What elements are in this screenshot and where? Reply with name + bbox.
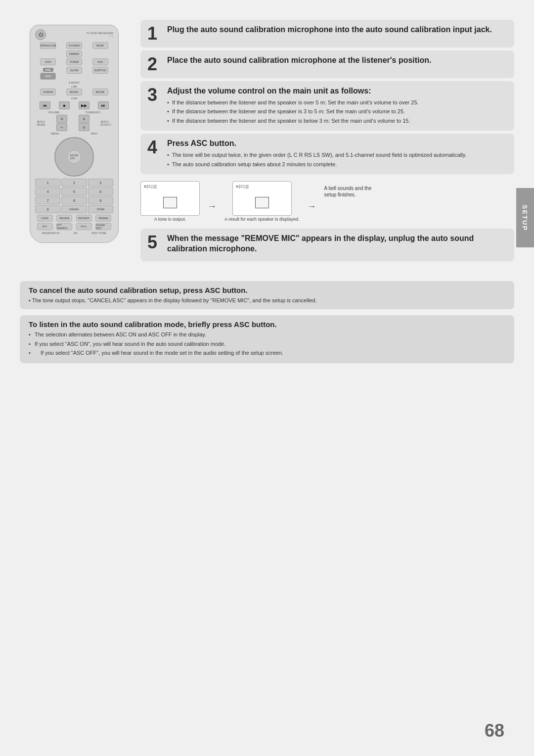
cancel-section: To cancel the auto sound calibration set…: [20, 281, 514, 310]
num-9: 9: [88, 196, 113, 204]
listen-section: To listen in the auto sound calibration …: [20, 315, 514, 363]
ch-down-btn: ∨: [79, 123, 89, 131]
prev-btn: ⏮: [40, 101, 50, 109]
vol-down-btn: −: [56, 123, 67, 131]
step-2-number: 2: [147, 55, 162, 73]
vol-tuning-labels: VOLUME TUNING/CH: [35, 111, 113, 114]
step-4-box: 4 Press ASC button. The tone will be out…: [140, 134, 514, 174]
step-3-bullet-2: If the distance between the listener and…: [167, 107, 507, 116]
listen-bullets: The selection alternates between ASC ON …: [29, 331, 505, 357]
vol-up-btn: +: [56, 115, 67, 123]
display-2-square: [255, 197, 269, 208]
dvd-btn: DVD: [40, 58, 56, 65]
transport-row: ⏮ ■ ▶▶ ⏭: [35, 101, 113, 109]
bottom-section: To cancel the auto sound calibration set…: [20, 281, 514, 363]
dimmer-btn: DIMMER: [66, 50, 82, 57]
directional-pad: ENTERUP/I: [54, 137, 94, 177]
step-3-bullet-1: If the distance between the listener and…: [167, 98, 507, 107]
remote-control: ⏻ TV DVD RECEIVER ○ ○ OPEN/CLOSE TV/VIDE…: [30, 25, 119, 243]
ch-control: ∧ ∨: [79, 115, 89, 131]
step-5-box: 5 When the message "REMOVE MIC" appears …: [140, 229, 514, 261]
listen-bullet-3: If you select "ASC OFF", you will hear s…: [29, 349, 505, 357]
zoom-btn: ZOOM: [88, 205, 113, 213]
display-2-container: 비디오 A result for each speaker is display…: [224, 181, 300, 222]
ch-up-btn: ∧: [79, 115, 89, 123]
pty-search-btn: PTY SEARCH: [56, 223, 72, 230]
music-btn: MUSIC: [66, 89, 82, 95]
number-grid: 1 2 3 4 5 6 7 8 9 0 CANCEL ZOOM: [35, 179, 113, 213]
step-2-content: Place the auto sound calibration microph…: [167, 55, 507, 73]
remote-row-3: SUPERS MUSIC MOVIE: [35, 89, 113, 95]
cancel-btn: CANCEL: [61, 205, 87, 213]
arrow-icon-2: →: [308, 201, 316, 212]
tv-video-btn: TV/VIDEO: [66, 42, 82, 49]
step-4-content: Press ASC button. The tone will be outpu…: [167, 139, 507, 169]
step-3-bullets: If the distance between the listener and…: [167, 98, 507, 125]
review-btn: REVIEW: [56, 215, 72, 222]
step-4-title: Press ASC button.: [167, 139, 507, 149]
angles-row: A.MOIST: [35, 81, 113, 84]
aux-btn: AUX: [92, 58, 108, 65]
stop-btn: ■: [59, 101, 70, 109]
asc-label: ASC: [43, 68, 53, 72]
num-7: 7: [35, 196, 60, 204]
retreat-btn: RETREAT: [76, 215, 92, 222]
pl2-row: ⊞ PL2 MODE + − ∧ ∨ ⊞ PL2 EFF: [37, 115, 111, 131]
remote-container: ⏻ TV DVD RECEIVER ○ ○ OPEN/CLOSE TV/VIDE…: [20, 20, 129, 261]
next-btn: ⏭: [98, 101, 109, 109]
num-0: 0: [35, 205, 60, 213]
step-4-bullet-1: The tone will be output twice, in the gi…: [167, 151, 507, 159]
display-1-caption: A tone is output.: [154, 217, 186, 222]
mode-btn: MODE: [92, 42, 108, 49]
remote-top-row: ⏻ TV DVD RECEIVER ○ ○: [35, 29, 113, 40]
listen-bullet-2: If you select "ASC ON", you will hear so…: [29, 340, 505, 348]
enter-btn: ENTERUP/I: [67, 150, 81, 164]
step-1-title: Plug the auto sound calibration micropho…: [167, 25, 507, 35]
vol-control: + −: [56, 115, 67, 131]
step-3-content: Adjust the volume control on the main un…: [167, 86, 507, 126]
asc-section: ASC ASC: [40, 67, 56, 80]
num-3: 3: [88, 179, 113, 187]
num-4: 4: [35, 188, 60, 195]
remain-btn: REMAIN: [95, 215, 111, 222]
bell-text: A bell sounds and the setup finishes.: [324, 185, 384, 198]
step-3-bullet-3: If the distance between the listener and…: [167, 117, 507, 125]
slow-btn: SLOW: [66, 67, 82, 74]
setup-sidebar-label: SETUP: [522, 204, 529, 231]
step-2-box: 2 Place the auto sound calibration micro…: [140, 50, 514, 78]
remote-row-1: OPEN/CLOSE TV/VIDEO MODE: [35, 42, 113, 49]
asc-button: ASC: [40, 73, 56, 80]
pty-plus-btn: PTY+: [76, 223, 92, 230]
display-2-label: 비디오: [236, 184, 249, 190]
display-1-square: [163, 197, 177, 208]
num-8: 8: [61, 196, 87, 204]
step-2-title: Place the auto sound calibration microph…: [167, 55, 507, 66]
bottom-labels: RDS/DISPLAY DA TEST TONE: [35, 232, 113, 235]
step-4-bullets: The tone will be output twice, in the gi…: [167, 151, 507, 168]
step-3-title: Adjust the volume control on the main un…: [167, 86, 507, 96]
sound-edit-btn: SOUND EDIT: [95, 223, 111, 230]
play-btn: ▶▶: [79, 101, 89, 109]
bell-section: A bell sounds and the setup finishes.: [324, 181, 384, 198]
asc-row: ASC ASC SLOW SUBTITLE: [35, 67, 113, 80]
vhp-row: V-HP: [35, 97, 113, 100]
listen-title: To listen in the auto sound calibration …: [29, 320, 505, 329]
cancel-text: • The tone output stops, "CANCEL ASC" ap…: [29, 296, 505, 305]
logic-btn: LOGIC: [37, 215, 53, 222]
movie-btn: MOVIE: [92, 89, 108, 95]
pty-row: PTY PTY SEARCH PTY+ SOUND EDIT: [35, 223, 113, 230]
pty-btn: PTY: [37, 223, 53, 230]
step-3-number: 3: [147, 86, 162, 126]
num-2: 2: [61, 179, 87, 187]
display-2: 비디오: [232, 181, 292, 216]
dimmer-row: DIMMER: [35, 50, 113, 57]
page-number: 68: [485, 720, 504, 741]
power-button: ⏻: [35, 29, 46, 40]
step-1-box: 1 Plug the auto sound calibration microp…: [140, 20, 514, 47]
open-close-btn: OPEN/CLOSE: [40, 42, 56, 49]
display-1-container: 비디오 A tone is output.: [140, 181, 200, 222]
supers-btn: SUPERS: [40, 89, 56, 95]
subtitle-btn: SUBTITLE: [92, 67, 108, 74]
remote-top-labels: TV DVD RECEIVER ○ ○: [87, 32, 113, 38]
step-1-number: 1: [147, 25, 162, 43]
